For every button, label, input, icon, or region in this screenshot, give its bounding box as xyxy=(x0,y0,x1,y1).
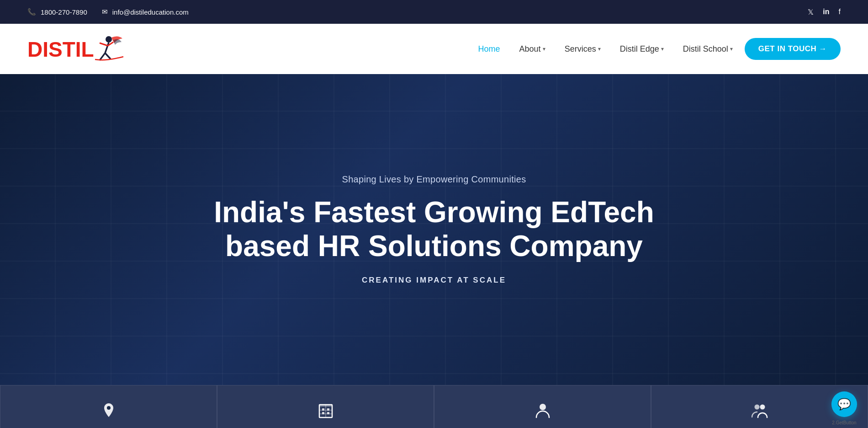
nav-distil-school[interactable]: Distil School ▾ xyxy=(676,41,740,58)
hero-subtitle: Shaping Lives by Empowering Communities xyxy=(206,174,662,185)
top-bar: 📞 1800-270-7890 ✉ info@distileducation.c… xyxy=(0,0,868,24)
facebook-icon[interactable]: f xyxy=(839,8,841,16)
svg-point-19 xyxy=(760,405,765,410)
services-chevron-icon: ▾ xyxy=(598,46,601,52)
svg-line-2 xyxy=(105,43,109,53)
phone-number: 1800-270-7890 xyxy=(41,8,87,16)
edge-chevron-icon: ▾ xyxy=(661,46,664,52)
stat-centers: 250+ CENTERS xyxy=(217,385,434,428)
email-item[interactable]: ✉ info@distileducation.com xyxy=(102,8,189,16)
email-icon: ✉ xyxy=(102,8,108,16)
get-in-touch-button[interactable]: GET IN TOUCH → xyxy=(745,38,841,60)
linkedin-icon[interactable]: in xyxy=(823,8,829,16)
hero-tagline: CREATING IMPACT AT SCALE xyxy=(206,276,662,285)
chat-icon: 💬 xyxy=(837,398,851,411)
top-bar-contact: 📞 1800-270-7890 ✉ info@distileducation.c… xyxy=(27,8,189,16)
social-links: 𝕏 in f xyxy=(808,8,841,16)
email-address: info@distileducation.com xyxy=(112,8,189,16)
chat-button[interactable]: 💬 2.GetButton xyxy=(831,391,857,417)
twitter-icon[interactable]: 𝕏 xyxy=(808,8,814,16)
school-chevron-icon: ▾ xyxy=(730,46,733,52)
svg-line-5 xyxy=(100,53,105,60)
svg-line-3 xyxy=(100,43,108,46)
nav-distil-edge[interactable]: Distil Edge ▾ xyxy=(613,41,671,58)
nav-services[interactable]: Services ▾ xyxy=(557,41,608,58)
chat-label: 2.GetButton xyxy=(832,420,856,425)
svg-line-6 xyxy=(105,53,111,59)
svg-point-17 xyxy=(540,404,546,410)
nav-home[interactable]: Home xyxy=(471,41,508,58)
states-icon xyxy=(101,402,117,422)
hero-title: India's Fastest Growing EdTech based HR … xyxy=(206,196,662,263)
phone-item[interactable]: 📞 1800-270-7890 xyxy=(27,8,87,16)
svg-point-1 xyxy=(106,36,112,43)
svg-point-18 xyxy=(754,405,759,410)
stats-bar: 25+ STATES 250+ CENTERS xyxy=(0,385,868,428)
navbar: DISTIL xyxy=(0,24,868,74)
clients-icon xyxy=(535,402,551,422)
about-chevron-icon: ▾ xyxy=(543,46,545,52)
nav-about[interactable]: About ▾ xyxy=(512,41,553,58)
nav-links: Home About ▾ Services ▾ Distil Edge ▾ Di… xyxy=(471,38,841,60)
svg-point-7 xyxy=(107,406,111,410)
stat-states: 25+ STATES xyxy=(0,385,217,428)
phone-icon: 📞 xyxy=(27,8,36,16)
centers-icon xyxy=(318,402,334,422)
stat-clients: 100+ CLIENTS xyxy=(434,385,651,428)
hero-section: Shaping Lives by Empowering Communities … xyxy=(0,74,868,385)
svg-text:DISTIL: DISTIL xyxy=(27,37,94,61)
hero-content: Shaping Lives by Empowering Communities … xyxy=(114,174,754,285)
logo[interactable]: DISTIL xyxy=(27,33,128,65)
beneficiaries-icon xyxy=(752,402,768,422)
